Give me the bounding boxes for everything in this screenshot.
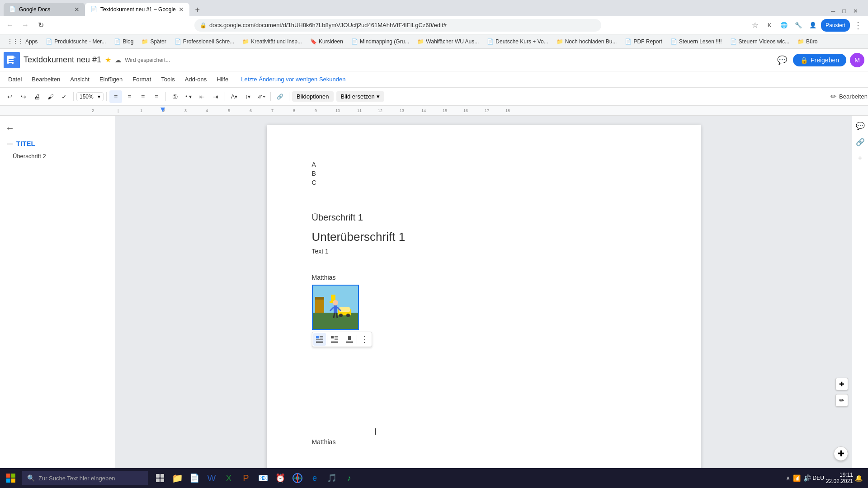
- tab-close-1[interactable]: ✕: [74, 6, 80, 13]
- close-button[interactable]: ✕: [850, 8, 861, 14]
- bookmark-kreativität[interactable]: 📁 Kreativität und Insp...: [239, 38, 306, 46]
- expand-toolbar-button[interactable]: ✏ Bearbeiten ▾ ⊼: [852, 90, 864, 103]
- taskbar-task-view[interactable]: [152, 470, 168, 486]
- bookmark-kursideen[interactable]: 🔖 Kursideen: [307, 38, 347, 46]
- explore-button[interactable]: ✚: [834, 446, 848, 461]
- undo-button[interactable]: ↩: [4, 90, 16, 103]
- menu-hilfe[interactable]: Hilfe: [212, 74, 233, 84]
- bookmark-star-icon[interactable]: ☆: [749, 19, 761, 32]
- print-button[interactable]: 🖨: [31, 90, 43, 103]
- menu-einfügen[interactable]: Einfügen: [95, 74, 127, 84]
- edit-image-button[interactable]: ✏: [835, 394, 848, 407]
- taskbar-file-explorer[interactable]: 📁: [169, 470, 185, 486]
- line-spacing-button[interactable]: ↕▾: [241, 90, 254, 103]
- bookmark-apps[interactable]: ⋮⋮⋮ Apps: [4, 38, 41, 46]
- rs-link-icon[interactable]: 🔗: [854, 136, 867, 148]
- image-wrap-text-button[interactable]: [328, 333, 341, 346]
- indent-less-button[interactable]: ⇤: [196, 90, 208, 103]
- sidebar-item-überschrift2[interactable]: Überschrift 2: [0, 150, 115, 162]
- forward-button[interactable]: →: [19, 19, 32, 32]
- taskbar-spotify[interactable]: ♪: [341, 470, 357, 486]
- taskbar-word[interactable]: W: [203, 470, 220, 486]
- align-left-button[interactable]: ≡: [109, 90, 122, 103]
- share-button[interactable]: 🔒 Freigeben: [793, 54, 846, 66]
- tab-google-docs[interactable]: 📄 Google Docs ✕: [4, 3, 85, 16]
- user-avatar[interactable]: M: [850, 53, 864, 67]
- document-page[interactable]: A B C Überschrift 1 Unterüberschrift 1 T…: [267, 125, 701, 488]
- bookmark-steuern-lesen[interactable]: 📄 Steuern Lesen !!!!: [667, 38, 726, 46]
- more-menu-button[interactable]: ⋮: [852, 19, 864, 32]
- bookmark-pdf-report[interactable]: 📄 PDF Report: [621, 38, 665, 46]
- taskbar-google-docs-app[interactable]: 📄: [186, 470, 203, 486]
- bookmark-büro[interactable]: 📁 Büro: [794, 38, 821, 46]
- taskbar-powerpoint[interactable]: P: [238, 470, 254, 486]
- bookmark-hochladen[interactable]: 📁 Noch hochladen Bu...: [553, 38, 621, 46]
- new-tab-button[interactable]: +: [191, 4, 204, 16]
- tray-up-icon[interactable]: ∧: [786, 474, 790, 482]
- align-justify-button[interactable]: ≡: [150, 90, 163, 103]
- redo-button[interactable]: ↪: [17, 90, 30, 103]
- minimize-button[interactable]: ─: [828, 8, 838, 14]
- extension2-icon[interactable]: 🌐: [778, 19, 790, 32]
- columns-button[interactable]: ⫻▾: [255, 90, 268, 103]
- taskbar-search[interactable]: 🔍 Zur Suche Text hier eingeben: [22, 471, 148, 485]
- reload-button[interactable]: ↻: [34, 19, 47, 32]
- tab-textdokument[interactable]: 📄 Textdokument neu #1 – Google ✕: [85, 3, 189, 16]
- last-save-link[interactable]: Letzte Änderung vor wenigen Sekunden: [241, 76, 345, 83]
- image-more-options-button[interactable]: ⋮: [358, 333, 371, 346]
- insert-comment-button[interactable]: ✚: [835, 378, 848, 390]
- taskbar-excel[interactable]: X: [221, 470, 237, 486]
- bookmark-später[interactable]: 📁 Später: [138, 38, 170, 46]
- image-wrap-inline-button[interactable]: [313, 333, 326, 346]
- bookmark-deutsche-kurs[interactable]: 📄 Deutsche Kurs + Vo...: [483, 38, 552, 46]
- sidebar-back-button[interactable]: ←: [0, 119, 115, 137]
- maximize-button[interactable]: □: [840, 8, 849, 14]
- numbered-list-button[interactable]: ①: [169, 90, 181, 103]
- zoom-selector[interactable]: 150% ▾: [76, 92, 104, 101]
- back-button[interactable]: ←: [4, 19, 16, 32]
- bookmark-produktsuche[interactable]: 📄 Produktsuche - Mer...: [42, 38, 109, 46]
- taskbar-app7[interactable]: ⏰: [272, 470, 288, 486]
- taskbar-clock[interactable]: 19:11 22.02.2021: [826, 472, 853, 484]
- star-icon[interactable]: ★: [105, 56, 111, 64]
- extension-icon[interactable]: K: [763, 19, 776, 32]
- highlight-button[interactable]: A▾: [228, 90, 241, 103]
- comments-icon[interactable]: 💬: [775, 53, 789, 67]
- spelling-button[interactable]: ✓: [58, 90, 71, 103]
- tray-sound-icon[interactable]: 🔊: [803, 474, 811, 482]
- insert-link-button[interactable]: 🔗: [274, 90, 286, 103]
- document-area[interactable]: A B C Überschrift 1 Unterüberschrift 1 T…: [115, 116, 852, 488]
- bookmark-wahlfächer[interactable]: 📁 Wahlfächer WU Aus...: [414, 38, 482, 46]
- bookmark-blog[interactable]: 📄 Blog: [110, 38, 137, 46]
- sidebar-item-title[interactable]: — TITEL: [0, 137, 115, 150]
- menu-tools[interactable]: Tools: [156, 74, 179, 84]
- docs-title[interactable]: Textdokument neu #1: [24, 55, 101, 65]
- tab-close-2[interactable]: ✕: [179, 6, 184, 13]
- start-button[interactable]: [2, 469, 20, 487]
- taskbar-edge[interactable]: e: [307, 470, 323, 486]
- bookmark-mindmapping[interactable]: 📄 Mindmapping (Gru...: [348, 38, 413, 46]
- taskbar-app10[interactable]: 🎵: [324, 470, 340, 486]
- bookmark-professionell[interactable]: 📄 Professionell Schre...: [171, 38, 238, 46]
- bookmark-steuern-videos[interactable]: 📄 Steuern Videos wic...: [726, 38, 793, 46]
- document-image[interactable]: [312, 285, 359, 330]
- bullet-list-button[interactable]: • ▾: [182, 90, 195, 103]
- extension4-icon[interactable]: 👤: [807, 19, 819, 32]
- image-container[interactable]: ⋮: [312, 285, 372, 347]
- taskbar-app6[interactable]: 📧: [255, 470, 271, 486]
- image-break-text-button[interactable]: [343, 333, 356, 346]
- notification-icon[interactable]: 🔔: [855, 474, 863, 482]
- align-center-button[interactable]: ≡: [123, 90, 136, 103]
- align-right-button[interactable]: ≡: [137, 90, 149, 103]
- menu-bearbeiten[interactable]: Bearbeiten: [27, 74, 65, 84]
- rs-comments-icon[interactable]: 💬: [854, 119, 867, 132]
- image-replace-button[interactable]: Bild ersetzen ▾: [336, 91, 384, 102]
- indent-more-button[interactable]: ⇥: [209, 90, 222, 103]
- menu-format[interactable]: Format: [128, 74, 156, 84]
- rs-add-icon[interactable]: +: [854, 152, 867, 164]
- menu-ansicht[interactable]: Ansicht: [66, 74, 94, 84]
- pause-label[interactable]: Pausiert: [821, 19, 850, 32]
- tray-network-icon[interactable]: 📶: [793, 474, 801, 482]
- taskbar-chrome[interactable]: [289, 470, 306, 486]
- extension3-icon[interactable]: 🔧: [792, 19, 805, 32]
